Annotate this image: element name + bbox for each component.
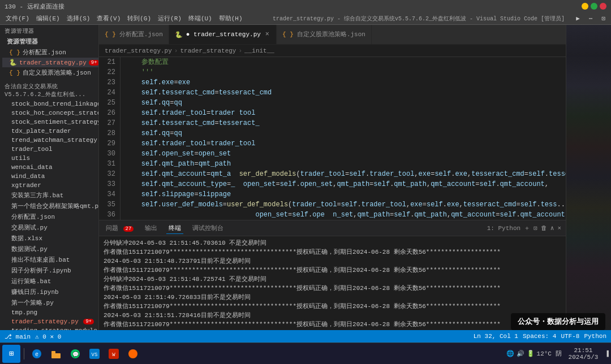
sidebar-first-strategy[interactable]: 第一个策略.py	[5, 297, 98, 308]
sidebar-data-test[interactable]: 数据测试.py	[5, 244, 98, 254]
tab-output[interactable]: 输出	[143, 223, 160, 233]
line-numbers: 2122232425 2627282930 3132333435 3637383…	[99, 57, 121, 220]
taskbar-vscode[interactable]: VS	[85, 345, 104, 363]
sidebar-trend-watchman[interactable]: trend_watchman_strategy	[5, 136, 98, 145]
sidebar-factor-analysis[interactable]: 因子分析例子.ipynb	[5, 265, 98, 276]
tab-analysis-config[interactable]: { } 分析配置.json	[99, 25, 169, 44]
more-button[interactable]: ⋯	[586, 14, 596, 23]
sidebar-trader-strategy2[interactable]: trader_strategy.py 9+	[5, 317, 98, 326]
terminal-close-button[interactable]: ×	[557, 225, 561, 232]
sidebar-wencai[interactable]: wencai_data	[5, 163, 98, 172]
main-layout: 资源管理器 资源管理器 { } 分析配置.json 🐍 trader_strat…	[0, 25, 611, 330]
sidebar-install-bat[interactable]: 安装第三方库.bat	[5, 190, 98, 201]
status-spaces: Spaces: 4	[523, 333, 556, 340]
code-line-35: self.user_def_models=user_def_models(tra…	[125, 200, 561, 210]
menu-edit[interactable]: 编辑(E)	[33, 13, 63, 24]
code-line-30: self.open_set=open_set	[125, 149, 561, 159]
taskbar-wps[interactable]: W	[105, 345, 123, 363]
watermark-text: 公众号・数据分析与运用	[518, 318, 599, 326]
taskbar-start-button[interactable]: ⊞	[2, 345, 20, 363]
menu-select[interactable]: 选择(S)	[63, 13, 94, 24]
terminal-controls: 1: Python ＋ ⊡ 🗑 ∧ ×	[487, 224, 561, 232]
sidebar-stock-hot[interactable]: stock_hot_concept_strategy	[5, 109, 98, 118]
tab-trader-strategy[interactable]: 🐍 ● trader_strategy.py ×	[169, 25, 277, 44]
taskbar-date: 2024/5/3	[569, 354, 599, 361]
tab-terminal[interactable]: 终端	[166, 223, 183, 234]
code-editor[interactable]: 2122232425 2627282930 3132333435 3637383…	[99, 57, 566, 220]
split-button[interactable]: ⊡	[598, 14, 609, 23]
term-line-6: 作者微信15117210079*************************…	[104, 284, 561, 293]
menu-run[interactable]: 运行(R)	[154, 13, 185, 24]
code-line-36: open_set=self.ope n_set,qmt_path=self.qm…	[125, 210, 561, 220]
taskbar-show-desktop[interactable]: ▐	[605, 350, 609, 357]
sidebar-trader-tool[interactable]: trader_tool	[5, 145, 98, 154]
svg-rect-3	[51, 353, 61, 358]
status-language[interactable]: Python	[584, 333, 606, 340]
terminal-collapse-button[interactable]: ∧	[550, 224, 554, 232]
term-line-5: 分钟缺冲2024-05-03 21:51:48.725741 不是交易时间	[104, 275, 561, 284]
tab-icon-json2: { }	[282, 31, 294, 38]
maximize-button[interactable]	[591, 3, 597, 10]
term-line-2: 作者微信15117210079*************************…	[104, 248, 561, 257]
code-content[interactable]: 参数配置 ''' self.exe=exe self.tesseract_cmd…	[121, 57, 566, 220]
sidebar-analysis-config2[interactable]: 分析配置.json	[5, 211, 98, 222]
sidebar-utils[interactable]: utils	[5, 154, 98, 163]
sidebar-item-analysis-config[interactable]: { } 分析配置.json	[2, 47, 98, 58]
taskbar-chat[interactable]: 💬	[66, 345, 84, 363]
sidebar-stock-sentiment[interactable]: stock_sentiment_strategy	[5, 118, 98, 127]
sidebar-trading-module[interactable]: trading_strategy_module.py	[5, 326, 98, 330]
terminal-new-button[interactable]: ＋	[524, 224, 530, 232]
sidebar-exit-bat[interactable]: 推出不结束桌面.bat	[5, 254, 98, 265]
status-left: ⎇ main ⚠ 0 ✕ 0	[5, 333, 61, 340]
tab-icon-py: 🐍	[175, 31, 183, 38]
minimize-button[interactable]	[582, 3, 588, 10]
sidebar-data-xlsx[interactable]: 数据.xlsx	[5, 233, 98, 244]
terminal-content[interactable]: 分钟缺冲2024-05-03 21:51:45.703610 不是交易时间 作者…	[99, 236, 566, 330]
tab-debug-console[interactable]: 调试控制台	[190, 223, 226, 233]
menu-terminal[interactable]: 终端(U)	[185, 13, 216, 24]
sidebar-run-strategy[interactable]: 运行策略.bat	[5, 276, 98, 287]
tab-custom-pool[interactable]: { } 自定义股票池策略.json	[277, 25, 372, 44]
run-button[interactable]: ▶	[573, 14, 583, 23]
term-line-4: 作者微信15117210079*************************…	[104, 266, 561, 275]
menu-file[interactable]: 文件(F)	[2, 13, 33, 24]
status-errors[interactable]: ⚠ 0 ✕ 0	[35, 333, 61, 340]
breadcrumb-method[interactable]: __init__	[243, 47, 276, 54]
menu-goto[interactable]: 转到(G)	[124, 13, 154, 24]
code-line-31: self.qmt_path=qmt_path	[125, 159, 561, 169]
close-button[interactable]	[600, 3, 606, 10]
sidebar-wind[interactable]: wind_data	[5, 172, 98, 181]
sidebar-calendar[interactable]: 赚钱日历.ipynb	[5, 287, 98, 297]
sidebar-tmp-png[interactable]: tmp.png	[5, 308, 98, 317]
code-line-32: self.qmt_account=qmt_a ser_def_models(tr…	[125, 169, 561, 179]
sidebar-first-combo[interactable]: 第一个组合交易框架策略qmt.py	[5, 201, 98, 211]
terminal-trash-button[interactable]: 🗑	[541, 224, 547, 232]
sidebar-xgtrader[interactable]: xgtrader	[5, 181, 98, 190]
svg-text:💬: 💬	[72, 351, 79, 358]
taskbar-clock[interactable]: 21:51 2024/5/3	[564, 347, 603, 361]
sidebar-item-manager[interactable]: 资源管理器	[0, 36, 98, 47]
sidebar-item-trader-strategy[interactable]: 🐍 trader_strategy.py 9+	[2, 58, 98, 67]
tab-problems[interactable]: 问题 27	[104, 223, 136, 233]
menu-view[interactable]: 查看(V)	[93, 13, 124, 24]
sidebar-trade-test[interactable]: 交易测试.py	[5, 222, 98, 233]
taskbar-sound: 🔊	[517, 350, 524, 357]
sidebar-stock-bond[interactable]: stock_bond_trend_linkage_strategy	[5, 99, 98, 109]
menu-help[interactable]: 帮助(H)	[216, 13, 246, 24]
status-bar: ⎇ main ⚠ 0 ✕ 0 Ln 32, Col 1 Spaces: 4 UT…	[0, 330, 611, 343]
breadcrumb-class[interactable]: trader_strategy	[179, 47, 237, 54]
taskbar-edge[interactable]: e	[28, 345, 46, 363]
sidebar-item-custom-pool[interactable]: { } 自定义股票池策略.json	[2, 67, 98, 78]
tab-close-button[interactable]: ×	[264, 31, 270, 38]
taskbar-battery: 🔋	[527, 350, 535, 357]
taskbar-file-explorer[interactable]	[47, 345, 65, 363]
taskbar-separator	[24, 348, 24, 359]
breadcrumb: trader_strategy.py › trader_strategy › _…	[99, 45, 566, 57]
sidebar-tdx-plate[interactable]: tdx_plate_trader	[5, 127, 98, 136]
term-line-11: 分钟缺冲2024-05-03 21:51:51.729393 不是交易时间	[104, 329, 561, 330]
status-branch[interactable]: ⎇ main	[5, 333, 31, 340]
sidebar: 资源管理器 资源管理器 { } 分析配置.json 🐍 trader_strat…	[0, 25, 99, 330]
terminal-split-button[interactable]: ⊡	[533, 224, 537, 232]
breadcrumb-file[interactable]: trader_strategy.py	[104, 47, 173, 54]
taskbar-app-orange[interactable]	[124, 345, 142, 363]
